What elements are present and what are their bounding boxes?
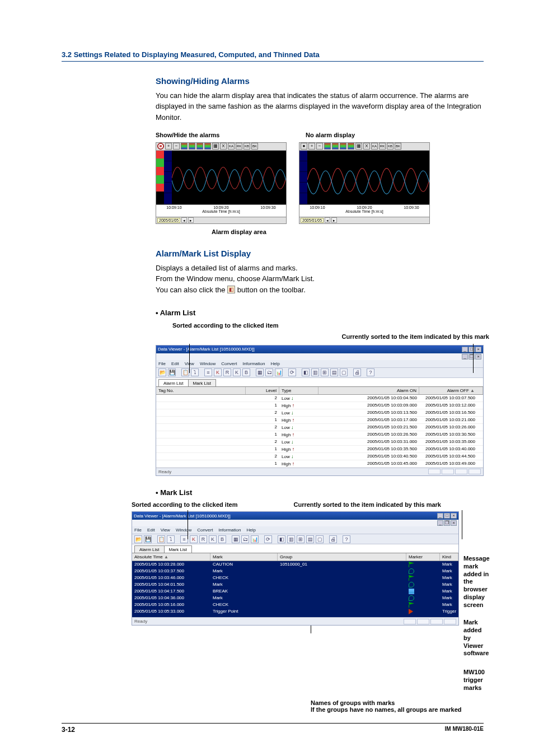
table-row[interactable]: 2005/01/05 10:04:01.500MarkMark bbox=[132, 581, 458, 588]
zoom-in-button[interactable]: + bbox=[165, 143, 172, 150]
table-row[interactable]: 2Low ↓2005/01/05 10:03:13.5002005/01/05 … bbox=[156, 409, 483, 417]
status-al: Ready bbox=[158, 469, 171, 474]
table-row[interactable]: 2005/01/05 10:05:16.000CHECKMark bbox=[132, 601, 458, 608]
para-show-hide: You can hide the alarm display area that… bbox=[156, 90, 484, 123]
table-row[interactable]: 2Low ↓2005/01/05 10:03:21.5002005/01/05 … bbox=[156, 424, 483, 431]
table-row[interactable]: 2005/01/05 10:03:37.500MarkMark bbox=[132, 568, 458, 575]
table-row[interactable]: 2005/01/05 10:04:36.000MarkMark bbox=[132, 595, 458, 601]
callout-line-groups bbox=[311, 626, 311, 633]
tool-rk[interactable]: RK bbox=[236, 143, 242, 150]
palette-r4[interactable] bbox=[348, 143, 354, 150]
page-number: 3-12 bbox=[62, 726, 75, 734]
ann-sorted-al: Sorted according to the clicked item bbox=[172, 321, 484, 330]
heading-show-hide: Showing/Hiding Alarms bbox=[156, 75, 484, 88]
tool-x[interactable]: X bbox=[220, 143, 227, 150]
date-label-r: 2005/01/05 bbox=[301, 218, 324, 223]
bottom-note-1: Names of groups with marks bbox=[311, 699, 484, 706]
sort-indicator-ml-icon: ▲ bbox=[164, 554, 168, 559]
tabs-al[interactable]: Alarm List Mark List bbox=[156, 378, 483, 387]
table-row[interactable]: 2Low ↓2005/01/05 10:03:04.5002005/01/05 … bbox=[156, 395, 483, 402]
table-row[interactable]: 2005/01/05 10:04:17.500BREAKMark bbox=[132, 588, 458, 595]
bullet-mark-list: • Mark List bbox=[156, 487, 484, 498]
table-row[interactable]: 2Low ↓2005/01/05 10:03:40.5002005/01/05 … bbox=[156, 453, 483, 460]
alarm-strip bbox=[156, 151, 164, 192]
zoom-out-button[interactable]: − bbox=[173, 143, 180, 150]
zoom-out-button-r[interactable]: − bbox=[316, 143, 323, 150]
bottom-note-2: If the groups have no names, all groups … bbox=[311, 706, 484, 713]
tool-kar[interactable]: KA bbox=[371, 143, 378, 150]
page-right-r[interactable]: ▸ bbox=[331, 217, 337, 223]
section-header: 3.2 Settings Related to Displaying Measu… bbox=[62, 50, 484, 62]
y-strip-r bbox=[299, 151, 307, 204]
tab-alarm-list-ml[interactable]: Alarm List bbox=[134, 545, 165, 553]
eye-icon[interactable] bbox=[157, 143, 164, 150]
page-left[interactable]: ◂ bbox=[181, 217, 187, 223]
side-note-3: MW100 trigger marks bbox=[463, 669, 489, 692]
palette-r2[interactable] bbox=[332, 143, 339, 150]
window-buttons-al[interactable]: _□× bbox=[461, 347, 481, 352]
table-row[interactable]: 1High ↑2005/01/05 10:03:35.5002005/01/05… bbox=[156, 446, 483, 453]
palette-r3[interactable] bbox=[340, 143, 346, 150]
grid-button[interactable]: ▦ bbox=[212, 143, 219, 150]
table-row[interactable]: 1High ↑2005/01/05 10:03:17.0002005/01/05… bbox=[156, 417, 483, 424]
grid-header-al[interactable]: Tag No. Level Type Alarm ON Alarm OFF ▲ bbox=[156, 387, 483, 395]
table-row[interactable]: 2005/01/05 10:03:28.000CAUTION10510000_0… bbox=[132, 561, 458, 568]
grid-header-ml[interactable]: Absolute Time ▲ Mark Group Marker Kind bbox=[132, 553, 458, 561]
palette-button-1[interactable] bbox=[181, 143, 188, 150]
grid-button-r[interactable]: ▦ bbox=[355, 143, 362, 150]
tool-kb[interactable]: KB bbox=[243, 143, 250, 150]
x-axis-left: 10:09:10 10:09:20Absolute Time [h:m:s] 1… bbox=[156, 204, 286, 217]
mark-list-window: Data Viewer - [Alarm/Mark List [10510000… bbox=[132, 511, 459, 626]
heading-alarm-mark: Alarm/Mark List Display bbox=[156, 248, 484, 260]
status-ml: Ready bbox=[134, 619, 147, 624]
menu-bar-ml[interactable]: FileEditViewWindowConvertInformationHelp bbox=[132, 526, 458, 534]
palette-r1[interactable] bbox=[324, 143, 331, 150]
window-title-ml: Data Viewer - [Alarm/Mark List [10510000… bbox=[134, 514, 231, 519]
menu-bar-al[interactable]: FileEditViewWindowConvertInformationHelp bbox=[156, 360, 483, 368]
palette-button-3[interactable] bbox=[196, 143, 203, 150]
plot-area-right bbox=[307, 151, 429, 204]
table-row[interactable]: 1High ↑2005/01/05 10:03:45.0002005/01/05… bbox=[156, 460, 483, 468]
tab-mark-list-al[interactable]: Mark List bbox=[188, 379, 216, 386]
date-label: 2005/01/05 bbox=[157, 218, 180, 223]
window-title-al: Data Viewer - [Alarm/Mark List [10510000… bbox=[158, 347, 255, 352]
callout-line-sort-ml bbox=[188, 510, 188, 539]
tabs-ml[interactable]: Alarm List Mark List bbox=[132, 544, 458, 553]
page-left-r[interactable]: ◂ bbox=[325, 217, 330, 223]
alarm-list-window: Data Viewer - [Alarm/Mark List [10510000… bbox=[156, 345, 484, 476]
tool-xr[interactable]: X bbox=[363, 143, 370, 150]
page-right[interactable]: ▸ bbox=[188, 217, 194, 223]
tool-kbr[interactable]: KB bbox=[387, 143, 394, 150]
callout-line-curr-al bbox=[473, 344, 474, 373]
table-row[interactable]: 2005/01/05 10:03:46.000CHECKMark bbox=[132, 575, 458, 581]
grid-body-ml: 2005/01/05 10:03:28.000CAUTION10510000_0… bbox=[132, 561, 458, 617]
window-buttons-ml[interactable]: _□× bbox=[437, 513, 457, 519]
table-row[interactable]: 1High ↑2005/01/05 10:03:09.0002005/01/05… bbox=[156, 402, 483, 409]
toolbar-al[interactable]: 📂💾📋⤵ ≡KRKB ▦🗂📊⟳ ◧▥⊞▤▢ 🖨? bbox=[156, 368, 483, 378]
doc-window-buttons-ml[interactable]: _❐× bbox=[437, 520, 457, 526]
tab-alarm-list[interactable]: Alarm List bbox=[158, 379, 189, 386]
palette-button-4[interactable] bbox=[204, 143, 211, 150]
table-row[interactable]: 2005/01/05 10:05:33.000Trigger PointTrig… bbox=[132, 608, 458, 615]
toolbar-ml[interactable]: 📂💾📋⤵ ≡KRKB ▦🗂📊⟳ ◧▥⊞▤▢ 🖨? bbox=[132, 534, 458, 544]
table-row[interactable]: 2Low ↓2005/01/05 10:03:31.0002005/01/05 … bbox=[156, 438, 483, 446]
p-alarm-1: Displays a detailed list of alarms and m… bbox=[156, 263, 484, 274]
tool-bkr[interactable]: BK bbox=[395, 143, 401, 150]
ann-sorted-ml: Sorted according to the clicked item bbox=[132, 501, 238, 508]
zoom-in-button-r[interactable]: + bbox=[308, 143, 315, 150]
tool-ka[interactable]: KA bbox=[228, 143, 235, 150]
p-alarm-2: From the Window menu, choose Alarm/Mark … bbox=[156, 273, 484, 284]
palette-button-2[interactable] bbox=[189, 143, 195, 150]
p-alarm-3: You can also click the ◧ button on the t… bbox=[156, 284, 484, 296]
callout-line-sort-al bbox=[189, 344, 190, 373]
tab-mark-list[interactable]: Mark List bbox=[164, 545, 192, 553]
tool-rkr[interactable]: RK bbox=[379, 143, 386, 150]
fig-caption-left: Show/Hide the alarms bbox=[156, 130, 287, 140]
table-row[interactable]: 1High ↑2005/01/05 10:03:26.5002005/01/05… bbox=[156, 431, 483, 438]
btn-a[interactable]: ● bbox=[301, 143, 307, 150]
y-strip bbox=[164, 151, 172, 204]
doc-window-buttons-al[interactable]: _❐× bbox=[461, 354, 481, 360]
tool-bk[interactable]: BK bbox=[251, 143, 258, 150]
alarm-list-toolbar-icon: ◧ bbox=[227, 286, 235, 293]
side-note-1: Message mark added in the browser displa… bbox=[463, 555, 489, 609]
